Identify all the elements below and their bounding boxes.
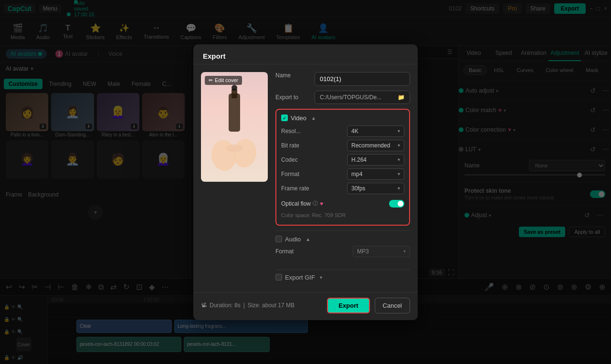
- audio-format-row: Format MP3 ▾: [275, 246, 410, 257]
- resolution-row: Resol... 4K ▾: [281, 125, 404, 137]
- footer-buttons: Export Cancel: [327, 298, 410, 313]
- codec-row: Codec H.264 ▾: [281, 154, 404, 166]
- codec-label: Codec: [281, 156, 298, 163]
- codec-select[interactable]: H.264 ▾: [347, 154, 404, 166]
- path-text: C:/Users/TOPGUS/De...: [320, 94, 381, 101]
- format-label: Format: [281, 171, 299, 177]
- resolution-label: Resol...: [281, 128, 301, 135]
- modal-preview: ✏ Edit cover: [201, 72, 268, 285]
- bitrate-select[interactable]: Recommended ▾: [347, 140, 404, 151]
- export-to-label: Export to: [275, 94, 298, 101]
- audio-format-chevron: ▾: [403, 249, 406, 254]
- optical-flow-label: Optical flow: [281, 200, 311, 207]
- cancel-button[interactable]: Cancel: [375, 298, 410, 313]
- export-modal: Export ✏ Edit cover: [193, 44, 418, 320]
- format-chevron: ▾: [398, 171, 400, 177]
- format-row: Format mp4 ▾: [281, 168, 404, 180]
- gif-checkbox[interactable]: [275, 274, 282, 281]
- edit-cover-button[interactable]: ✏ Edit cover: [205, 76, 242, 85]
- gif-chevron: ▾: [320, 275, 322, 280]
- optical-flow-label-group: Optical flow ⓘ ♥: [281, 200, 323, 207]
- resolution-chevron: ▾: [398, 128, 400, 134]
- svg-point-10: [226, 145, 243, 152]
- folder-icon: 📁: [398, 94, 405, 101]
- gif-section: Export GIF ▾: [275, 270, 410, 285]
- format-select[interactable]: mp4 ▾: [347, 168, 404, 180]
- preview-cover: ✏ Edit cover: [201, 72, 268, 182]
- svg-rect-5: [229, 94, 240, 132]
- export-path-display[interactable]: C:/Users/TOPGUS/De... 📁: [315, 91, 410, 104]
- optical-flow-toggle[interactable]: [389, 200, 404, 208]
- export-button[interactable]: Export: [327, 298, 369, 313]
- audio-section-header: Audio ▲: [275, 236, 410, 243]
- export-to-row: Export to C:/Users/TOPGUS/De... 📁: [275, 91, 410, 104]
- video-section-header: ✓ Video ▲: [281, 114, 404, 122]
- framerate-label: Frame rate: [281, 185, 309, 192]
- resolution-select[interactable]: 4K ▾: [347, 125, 404, 137]
- optical-info-icon: ⓘ: [313, 200, 318, 207]
- bitrate-chevron: ▾: [398, 143, 400, 148]
- framerate-chevron: ▾: [398, 186, 400, 191]
- svg-point-7: [232, 85, 237, 91]
- footer-info: 📽 Duration: 8s | Size: about 17 MB: [201, 302, 295, 309]
- duration-label: Duration: 8s: [210, 302, 241, 309]
- modal-body: ✏ Edit cover: [193, 64, 418, 292]
- audio-section: Audio ▲ Format MP3 ▾: [275, 230, 410, 265]
- bitrate-row: Bit rate Recommended ▾: [281, 140, 404, 151]
- export-modal-overlay: Export ✏ Edit cover: [0, 0, 611, 364]
- optical-flow-row: Optical flow ⓘ ♥: [281, 197, 404, 210]
- name-form-row: Name: [275, 72, 410, 86]
- name-row: Name: [275, 72, 410, 86]
- modal-footer: 📽 Duration: 8s | Size: about 17 MB Expor…: [193, 292, 418, 320]
- audio-format-label: Format: [275, 248, 294, 255]
- modal-preview-svg: [206, 79, 263, 175]
- pencil-icon: ✏: [209, 77, 213, 83]
- optical-heart-icon: ♥: [320, 200, 323, 207]
- color-space-label: Color space: Rec. 709 SDR: [281, 210, 404, 220]
- video-chevron: ▲: [311, 115, 316, 121]
- audio-chevron: ▲: [306, 237, 310, 242]
- export-to-form-row: Export to C:/Users/TOPGUS/De... 📁: [275, 91, 410, 104]
- framerate-row: Frame rate 30fps ▾: [281, 183, 404, 194]
- size-label: Size: about 17 MB: [248, 302, 295, 309]
- audio-checkbox[interactable]: [275, 236, 282, 242]
- video-checkbox[interactable]: ✓: [281, 114, 288, 121]
- film-icon: 📽: [201, 302, 207, 309]
- name-label: Name: [275, 72, 291, 86]
- bitrate-label: Bit rate: [281, 142, 299, 149]
- video-section: ✓ Video ▲ Resol... 4K ▾ Bit rate: [275, 109, 410, 226]
- svg-point-9: [232, 137, 258, 168]
- audio-format-select[interactable]: MP3 ▾: [353, 246, 410, 257]
- codec-chevron: ▾: [398, 157, 400, 162]
- name-input[interactable]: [315, 72, 410, 86]
- modal-form: Name Export to C:/Users/TOPGUS/De... 📁: [275, 72, 410, 285]
- framerate-select[interactable]: 30fps ▾: [347, 183, 404, 194]
- modal-header: Export: [193, 44, 418, 64]
